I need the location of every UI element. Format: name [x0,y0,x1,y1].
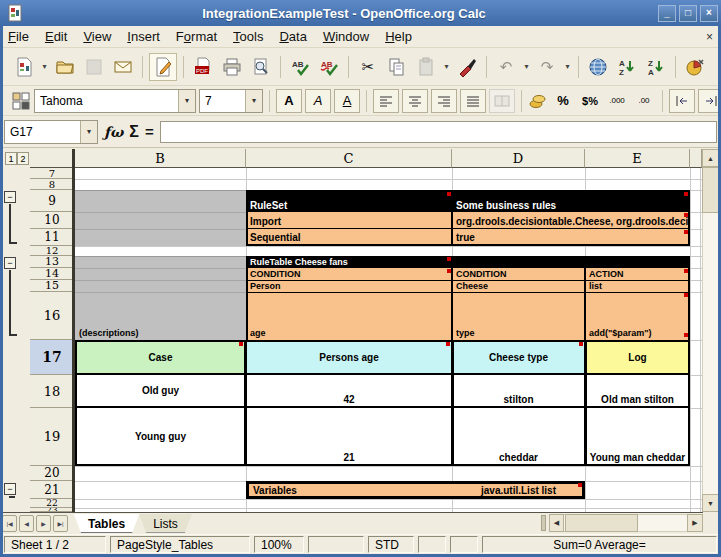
cell-B19[interactable]: Young guy [75,408,246,464]
cell-D19[interactable]: cheddar [452,408,585,464]
column-header-E[interactable]: E [585,149,690,168]
open-button[interactable] [52,54,78,80]
column-header-C[interactable]: C [246,149,452,168]
menu-insert[interactable]: Insert [119,27,168,46]
bold-button[interactable]: A [276,89,302,113]
align-left-button[interactable] [373,89,399,113]
cell-B18[interactable]: Old guy [75,375,246,406]
row-header-11[interactable]: 11 [30,229,74,246]
scroll-down-button[interactable]: ▼ [702,494,719,512]
standard-format-button[interactable]: $% [578,90,602,112]
paste-button[interactable] [413,54,439,80]
redo-dropdown-icon[interactable]: ▾ [563,62,572,71]
cell-D16[interactable]: type [452,292,583,339]
cell-D15[interactable]: Cheese [452,280,583,292]
menu-window[interactable]: Window [315,27,377,46]
align-right-button[interactable] [431,89,457,113]
selection-mode-indicator[interactable]: STD [368,536,414,553]
name-box[interactable]: G17▾ [4,120,98,144]
cell-E16[interactable]: add("$param") [585,292,688,339]
row-header-10[interactable]: 10 [30,212,74,229]
align-justified-button[interactable] [460,89,486,113]
column-header-B[interactable]: B [75,149,246,168]
new-dropdown-icon[interactable]: ▾ [40,62,49,71]
cell-D11[interactable]: true [452,229,688,244]
cell-D9[interactable]: Some business rules [452,190,688,212]
currency-format-button[interactable] [528,90,548,112]
outline-collapse-button[interactable]: − [4,483,16,495]
vertical-scroll-thumb[interactable] [702,167,719,213]
gray-block-B9-B11[interactable] [75,190,246,246]
menu-edit[interactable]: Edit [37,27,75,46]
sort-ascending-button[interactable]: AZ [614,54,640,80]
align-center-button[interactable] [402,89,428,113]
scroll-right-button[interactable]: ▶ [687,514,703,532]
menu-data[interactable]: Data [271,27,314,46]
insert-chart-button[interactable] [682,54,708,80]
cell-D21[interactable]: java.util.List list [452,481,585,499]
menu-tools[interactable]: Tools [225,27,271,46]
cell-C15[interactable]: Person [246,280,450,292]
merge-cells-button[interactable] [489,89,515,113]
print-button[interactable] [219,54,245,80]
cell-C17[interactable]: Persons age [246,340,452,374]
cell-D18[interactable]: stilton [452,375,585,406]
cell-C16[interactable]: age [246,292,450,339]
cell-B17[interactable]: Case [75,340,246,374]
sheet-tab-tables[interactable]: Tables [74,514,139,533]
undo-dropdown-icon[interactable]: ▾ [522,62,531,71]
row-header-8[interactable]: 8 [30,179,74,190]
cell-C14[interactable]: CONDITION [246,268,450,280]
cell-C11[interactable]: Sequential [246,229,450,244]
copy-button[interactable] [384,54,410,80]
row-header-22[interactable]: 22 [30,499,74,508]
document-close-icon[interactable]: × [706,30,713,44]
sheet-tab-lists[interactable]: Lists [139,514,192,533]
cell-E19[interactable]: Young man cheddar [585,408,690,464]
add-decimal-button[interactable]: .000 [605,90,629,112]
styles-button[interactable] [11,90,31,112]
delete-decimal-button[interactable]: .00 [632,90,656,112]
cell-C21[interactable]: Variables [246,481,452,499]
page-preview-button[interactable] [248,54,274,80]
outline-level-2-button[interactable]: 2 [17,152,29,165]
row-header-17-active[interactable]: 17 [30,340,74,375]
cell-C9[interactable]: RuleSet [246,190,450,212]
cell-E15[interactable]: list [585,280,688,292]
menu-view[interactable]: View [75,27,119,46]
cell-C13[interactable]: RuleTable Cheese fans [246,256,546,268]
underline-button[interactable]: A [334,89,360,113]
chevron-down-icon[interactable]: ▾ [80,121,97,143]
outline-collapse-button[interactable]: − [4,257,16,269]
cell-C10[interactable]: Import [246,212,450,228]
paste-dropdown-icon[interactable]: ▾ [442,62,451,71]
menu-file[interactable]: File [0,27,37,46]
chevron-down-icon[interactable]: ▾ [245,90,262,112]
export-pdf-button[interactable]: PDF [190,54,216,80]
menu-format[interactable]: Format [168,27,225,46]
hyperlink-button[interactable] [585,54,611,80]
cell-C19[interactable]: 21 [246,408,452,464]
row-header-15[interactable]: 15 [30,280,74,292]
close-button[interactable]: × [700,5,718,22]
equals-icon[interactable]: = [145,123,154,140]
percent-format-button[interactable]: % [551,90,575,112]
sum-icon[interactable]: Σ [129,123,139,141]
horizontal-scroll-thumb[interactable] [565,514,638,532]
cell-D17[interactable]: Cheese type [452,340,585,374]
next-sheet-button[interactable]: ▶ [36,515,51,532]
new-document-button[interactable] [11,54,37,80]
outline-collapse-button[interactable]: − [4,191,16,203]
font-size-combo[interactable]: 7▾ [199,89,263,113]
chevron-down-icon[interactable]: ▾ [178,90,195,112]
row-header-19[interactable]: 19 [30,408,74,466]
maximize-button[interactable]: □ [679,5,697,22]
undo-button[interactable]: ↶ [493,54,519,80]
column-header-D[interactable]: D [452,149,585,168]
cell-B16[interactable]: (descriptions) [75,292,244,339]
cell-E17[interactable]: Log [585,340,690,374]
row-header-7[interactable]: 7 [30,168,74,179]
sort-descending-button[interactable]: ZA [643,54,669,80]
menu-help[interactable]: Help [377,27,420,46]
decrease-indent-button[interactable] [669,89,695,113]
